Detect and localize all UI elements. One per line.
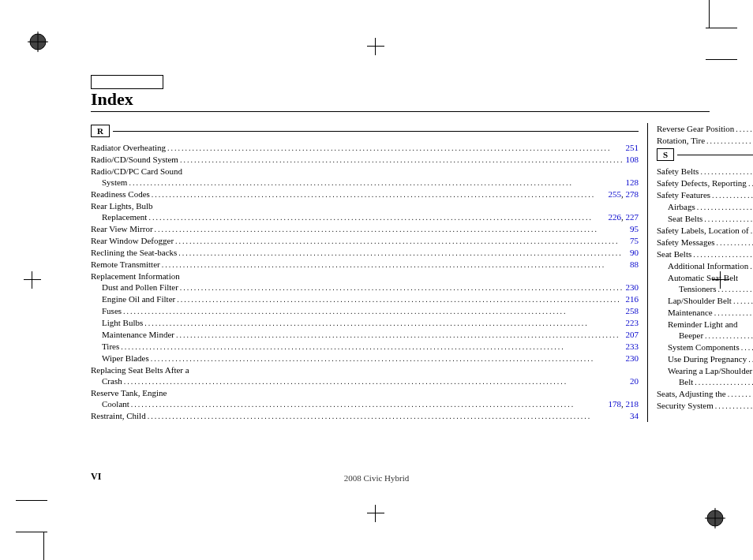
page-link[interactable]: 230 (625, 282, 639, 292)
leader-dots (147, 212, 608, 223)
page-link[interactable]: 20 (630, 376, 639, 386)
index-entry: Crash20 (91, 375, 639, 387)
page-link[interactable]: 178 (608, 399, 621, 409)
index-entry-label: Lap/Shoulder Belt (668, 295, 732, 306)
page-link[interactable]: 216 (625, 294, 639, 304)
index-entry-label: System Components (668, 342, 740, 353)
leader-dots (178, 282, 626, 293)
index-entry: Lap/Shoulder Belt14, 18 (657, 295, 753, 307)
index-entry-pages: 230 (625, 282, 639, 293)
index-entry: Engine Oil and Filter216 (91, 293, 639, 305)
page-link[interactable]: 226 (608, 212, 621, 222)
index-entry-pages: 223 (625, 317, 639, 328)
page-link[interactable]: 95 (630, 224, 639, 233)
leader-dots (129, 399, 609, 410)
leader-dots (705, 136, 753, 147)
leader-dots (702, 214, 753, 225)
index-entry: Beeper18, 58 (657, 330, 753, 342)
leader-dots (740, 342, 753, 353)
leader-dots (149, 353, 626, 364)
leader-dots (174, 330, 626, 341)
index-entry-label: Tires (102, 341, 119, 352)
page-link[interactable]: 108 (625, 155, 639, 164)
leader-dots (726, 389, 753, 400)
page-link[interactable]: 75 (630, 236, 639, 245)
leader-dots (747, 178, 753, 189)
index-entry: Rotation, Tire236 (657, 135, 753, 147)
index-entry: Safety Labels, Location of53 (657, 225, 753, 237)
section-letter-row: S (657, 148, 753, 161)
index-entry: System Components18 (657, 342, 753, 353)
index-entry: Rear View Mirror95 (91, 223, 639, 235)
index-entry-label: Belt (679, 376, 693, 387)
index-entry-label: Maintenance (668, 307, 713, 318)
index-column: RRadiator Overheating251Radio/CD/Sound S… (91, 123, 647, 422)
index-entry: Tensioners19 (657, 283, 753, 295)
crop-mark (709, 0, 710, 28)
leader-dots (695, 202, 753, 213)
index-entry-label: Radio/CD/PC Card Sound (91, 166, 182, 176)
page-link[interactable]: 218 (625, 399, 639, 409)
index-entry-pages: 75 (630, 235, 639, 246)
page-link[interactable]: 207 (625, 330, 639, 339)
crop-mark (706, 28, 737, 28)
leader-dots (716, 284, 753, 295)
index-entry-label: Tensioners (679, 283, 717, 294)
page-link[interactable]: 278 (625, 189, 639, 199)
index-entry-label: System (102, 177, 127, 188)
crop-mark (16, 532, 47, 532)
index-entry-label: Reverse Gear Position (657, 123, 734, 134)
index-entry: Safety Defects, Reporting282 (657, 177, 753, 189)
leader-dots (150, 189, 609, 200)
index-entry: Additional Information18 (657, 260, 753, 272)
page-link[interactable]: 233 (625, 342, 639, 351)
index-entry-pages: 226, 227 (608, 211, 639, 222)
index-entry: Reserve Tank, Engine (91, 387, 639, 398)
index-entry: System128 (91, 177, 639, 189)
page-link[interactable]: 251 (625, 143, 639, 152)
crop-mark (16, 500, 47, 501)
index-entry-label: Coolant (102, 398, 129, 409)
leader-dots (122, 376, 630, 387)
page-link[interactable]: 88 (630, 259, 639, 269)
leader-dots (177, 248, 630, 259)
page-link[interactable]: 227 (625, 212, 639, 222)
index-entry-pages: 88 (630, 259, 639, 270)
index-entry-pages: 34 (630, 410, 639, 421)
page-link[interactable]: 90 (630, 248, 639, 257)
title-rule (91, 111, 710, 112)
index-entry-pages: 20 (630, 375, 639, 386)
index-entry-label: Replacement Information (91, 271, 180, 281)
index-entry: Rear Lights, Bulb (91, 200, 639, 211)
page-title: Index (91, 91, 710, 108)
leader-dots (714, 401, 753, 412)
index-entry-label: Crash (102, 375, 122, 386)
index-entry-label: Replacing Seat Belts After a (91, 365, 189, 375)
index-columns: RRadiator Overheating251Radio/CD/Sound S… (91, 123, 710, 422)
leader-dots (166, 143, 625, 154)
index-entry: Safety Messagesiii (657, 237, 753, 248)
page-link[interactable]: 255 (608, 189, 621, 199)
index-entry-label: Engine Oil and Filter (102, 293, 175, 304)
index-entry: Coolant178, 218 (91, 398, 639, 410)
page-link[interactable]: 258 (625, 306, 639, 315)
page-link[interactable]: 128 (625, 177, 639, 187)
leader-dots (127, 177, 625, 189)
registration-mark-icon (28, 32, 48, 52)
leader-dots (153, 224, 630, 235)
page-link[interactable]: 223 (625, 318, 639, 327)
leader-dots (713, 308, 753, 319)
page-link[interactable]: 230 (625, 353, 639, 363)
index-entry: Readiness Codes255, 278 (91, 189, 639, 200)
page-footer: 2008 Civic Hybrid (0, 473, 753, 483)
crosshair-icon (367, 38, 384, 55)
index-entry-pages: 233 (625, 341, 639, 352)
index-entry: Rear Window Defogger75 (91, 235, 639, 247)
leader-dots (146, 411, 630, 422)
index-entry-label: Reserve Tank, Engine (91, 388, 167, 398)
index-entry-label: Seats, Adjusting the (657, 388, 726, 399)
page-link[interactable]: 34 (630, 411, 639, 420)
index-entry-label: Safety Defects, Reporting (657, 177, 747, 189)
index-entry-pages: 255, 278 (608, 189, 639, 200)
index-entry-pages: 178, 218 (608, 398, 639, 409)
